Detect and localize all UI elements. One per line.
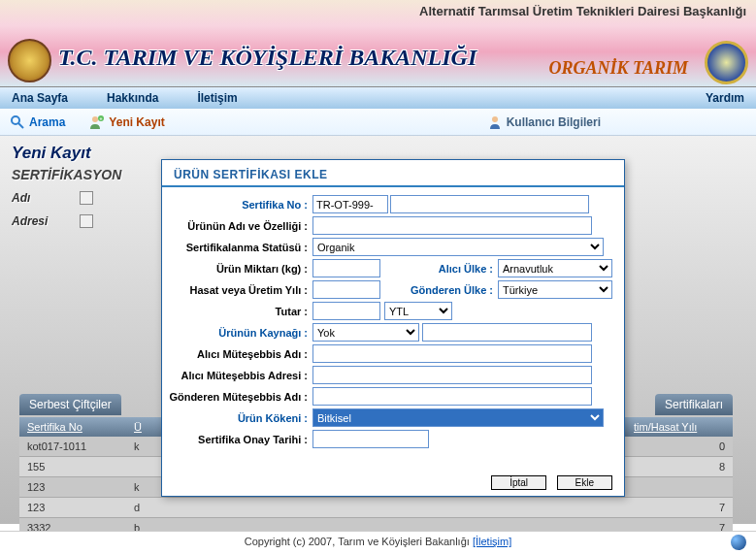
- input-onay-tarih[interactable]: [312, 430, 429, 448]
- input-miktar[interactable]: [312, 259, 380, 277]
- input-kaynak-detail[interactable]: [422, 323, 592, 342]
- toolbar-new-label: Yeni Kayıt: [109, 115, 164, 129]
- svg-line-1: [18, 123, 23, 128]
- toolbar-search-label: Arama: [29, 115, 65, 129]
- input-urun-adi[interactable]: [312, 216, 592, 235]
- toolbar-user-label: Kullanıcı Bilgileri: [507, 115, 601, 129]
- nav-home[interactable]: Ana Sayfa: [12, 91, 68, 105]
- nav-bar: Ana Sayfa Hakkında İletişim Yardım: [0, 87, 756, 109]
- svg-text:+: +: [100, 115, 103, 121]
- label-tutar: Tutar :: [162, 306, 312, 317]
- select-kaynak[interactable]: Yok: [312, 323, 419, 342]
- header-subtitle: Alternatif Tarımsal Üretim Teknikleri Da…: [419, 4, 746, 18]
- banner-title: T.C. TARIM VE KÖYİŞLERİ BAKANLIĞI: [58, 45, 477, 71]
- grid-col-u[interactable]: Ü: [126, 417, 146, 437]
- grid-tab-left[interactable]: Serbest Çiftçiler: [19, 394, 121, 415]
- toolbar-new[interactable]: + Yeni Kayıt: [89, 114, 164, 130]
- label-hasat: Hasat veya Üretim Yılı :: [162, 284, 312, 296]
- select-currency[interactable]: YTL: [384, 302, 452, 320]
- nav-contact[interactable]: İletişim: [197, 91, 237, 105]
- globe-icon: [731, 535, 746, 550]
- select-koken[interactable]: Bitkisel: [312, 408, 604, 427]
- grid-col-sertifika[interactable]: Sertifika No: [19, 417, 126, 437]
- ministry-logo-icon: [8, 39, 51, 82]
- toolbar-user[interactable]: Kullanıcı Bilgileri: [487, 114, 601, 130]
- footer: Copyright (c) 2007, Tarım ve Köyişleri B…: [0, 531, 756, 554]
- label-alici-adres: Alıcı Müteşebbis Adresi :: [162, 370, 312, 381]
- seal-icon: [705, 41, 748, 84]
- label-kaynak: Ürünün Kaynağı :: [162, 327, 312, 339]
- label-gonderen-ad: Gönderen Müteşebbis Adı :: [162, 391, 312, 403]
- input-hasat[interactable]: [312, 280, 380, 299]
- header-band: Alternatif Tarımsal Üretim Teknikleri Da…: [0, 0, 756, 87]
- field-adresi-label: Adresi: [12, 214, 80, 228]
- label-alici-ad: Alıcı Müteşebbis Adı :: [162, 348, 312, 360]
- field-adi-label: Adı: [12, 191, 80, 205]
- input-gonderen-ad[interactable]: [312, 387, 592, 406]
- cancel-button[interactable]: İptal: [491, 475, 546, 490]
- modal-title: ÜRÜN SERTİFİKASI EKLE: [162, 160, 624, 187]
- input-alici-adres[interactable]: [312, 366, 592, 384]
- select-status[interactable]: Organik: [312, 238, 604, 256]
- footer-text: Copyright (c) 2007, Tarım ve Köyişleri B…: [245, 536, 473, 547]
- toolbar-search[interactable]: Arama: [10, 114, 65, 130]
- field-adi-box: [80, 191, 93, 205]
- input-sertifika-no[interactable]: [390, 195, 589, 213]
- label-gonderen-ulke: Gönderen Ülke :: [406, 284, 498, 296]
- field-adresi-box: [80, 214, 93, 228]
- table-row[interactable]: 123d7: [19, 498, 733, 518]
- user-icon: [487, 114, 503, 130]
- label-koken: Ürün Kökeni :: [162, 412, 312, 424]
- add-button[interactable]: Ekle: [557, 475, 612, 490]
- search-icon: [10, 114, 25, 130]
- toolbar: Arama + Yeni Kayıt Kullanıcı Bilgileri: [0, 109, 756, 136]
- grid-col-yil[interactable]: tim/Hasat Yılı: [626, 417, 733, 437]
- select-alici-ulke[interactable]: Arnavutluk: [498, 259, 612, 277]
- label-onay: Sertifika Onay Tarihi :: [162, 434, 312, 445]
- label-miktar: Ürün Miktarı (kg) :: [162, 263, 312, 275]
- grid-tab-right[interactable]: Sertifikaları: [655, 394, 733, 415]
- svg-point-0: [12, 116, 19, 124]
- select-gonderen-ulke[interactable]: Türkiye: [498, 280, 612, 299]
- label-urun-adi: Ürünün Adı ve Özelliği :: [162, 220, 312, 232]
- svg-point-5: [492, 116, 498, 122]
- user-add-icon: +: [89, 114, 105, 130]
- organic-label: ORGANİK TARIM: [548, 58, 688, 79]
- label-sertifika-no: Sertifika No :: [162, 199, 312, 211]
- nav-about[interactable]: Hakkında: [107, 91, 158, 105]
- label-status: Sertifikalanma Statüsü :: [162, 242, 312, 253]
- svg-point-2: [92, 116, 98, 122]
- certificate-modal: ÜRÜN SERTİFİKASI EKLE Sertifika No : Ürü…: [161, 159, 625, 497]
- label-alici-ulke: Alıcı Ülke :: [406, 263, 498, 275]
- nav-help[interactable]: Yardım: [706, 91, 744, 105]
- input-alici-ad[interactable]: [312, 344, 592, 363]
- input-sertifika-prefix[interactable]: [312, 195, 388, 213]
- input-tutar[interactable]: [312, 302, 380, 320]
- footer-contact-link[interactable]: [İletişim]: [473, 536, 511, 547]
